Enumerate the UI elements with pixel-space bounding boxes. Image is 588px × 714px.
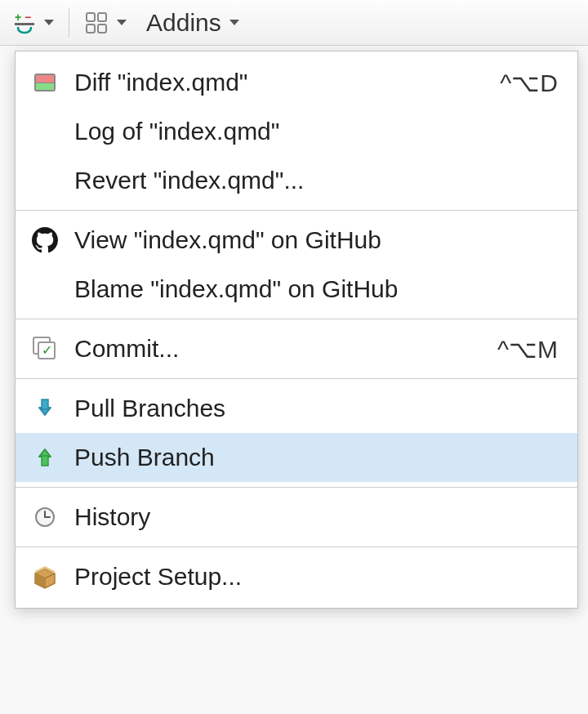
svg-text:−: − [24,11,31,24]
blank-icon [30,166,60,195]
toolbar: + − Addins [0,0,588,46]
git-plus-toolbar-button[interactable]: + − [8,8,59,38]
clock-icon [30,502,60,532]
menu-item-project-setup[interactable]: Project Setup... [16,552,577,601]
svg-rect-8 [42,456,48,466]
menu-label: Diff "index.qmd" [74,69,500,96]
menu-divider [16,378,577,379]
menu-item-diff[interactable]: Diff "index.qmd" ^⌥D [16,58,577,107]
diff-icon [30,68,60,97]
menu-item-history[interactable]: History [16,493,577,542]
commit-icon: ✓ [30,334,60,364]
menu-item-log[interactable]: Log of "index.qmd" [16,107,577,156]
blank-icon [30,274,60,304]
grid-icon [84,11,109,35]
svg-rect-3 [87,13,95,21]
menu-item-pull-branches[interactable]: Pull Branches [16,384,577,433]
menu-label: Log of "index.qmd" [74,118,558,145]
arrow-down-icon [30,394,60,423]
addins-toolbar-button[interactable]: Addins [138,6,244,40]
blank-icon [30,117,60,146]
menu-label: History [74,503,558,531]
package-icon [30,562,60,591]
arrow-up-icon [30,443,60,472]
menu-divider [16,319,577,319]
menu-divider [16,547,577,547]
svg-rect-6 [98,25,106,33]
menu-label: Commit... [74,335,497,363]
chevron-down-icon [229,20,239,25]
chevron-down-icon [44,20,54,25]
menu-label: Pull Branches [74,395,558,422]
menu-shortcut: ^⌥M [497,335,558,364]
svg-rect-4 [98,13,106,21]
chevron-down-icon [117,20,127,25]
git-plus-icon: + − [13,11,36,34]
git-dropdown-menu: Diff "index.qmd" ^⌥D Log of "index.qmd" … [15,51,578,609]
toolbar-separator [69,8,69,38]
menu-item-commit[interactable]: ✓ Commit... ^⌥M [16,324,577,373]
svg-rect-2 [15,23,34,25]
svg-text:+: + [15,11,21,24]
svg-rect-7 [42,399,48,409]
menu-label: View "index.qmd" on GitHub [74,226,558,254]
svg-rect-5 [87,25,95,33]
menu-item-push-branch[interactable]: Push Branch [16,433,577,482]
menu-divider [16,210,577,211]
menu-shortcut: ^⌥D [500,69,558,97]
menu-label: Revert "index.qmd"... [74,167,558,194]
github-icon [30,225,60,255]
menu-label: Push Branch [74,444,558,471]
menu-item-revert[interactable]: Revert "index.qmd"... [16,156,577,205]
menu-divider [16,487,577,488]
menu-label: Blame "index.qmd" on GitHub [74,275,558,303]
addins-label: Addins [146,9,221,37]
menu-item-blame-github[interactable]: Blame "index.qmd" on GitHub [16,265,577,314]
menu-label: Project Setup... [74,563,558,591]
menu-item-view-github[interactable]: View "index.qmd" on GitHub [16,216,577,265]
grid-toolbar-button[interactable] [79,7,131,38]
